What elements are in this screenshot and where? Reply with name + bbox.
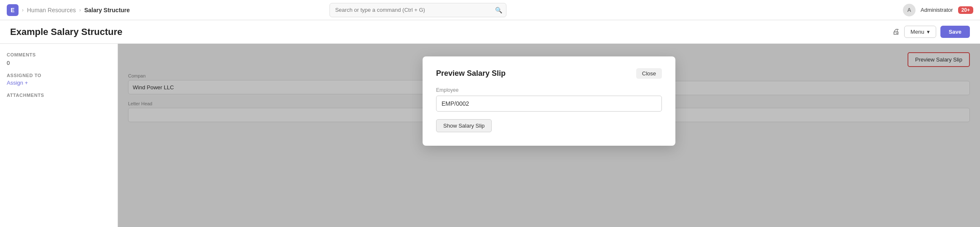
employee-input[interactable]: [436, 96, 662, 112]
breadcrumb-chevron-1: ›: [22, 7, 24, 13]
breadcrumb-chevron-2: ›: [79, 7, 81, 13]
page-header: Example Salary Structure 🖨 Menu ▾ Save: [0, 20, 980, 44]
modal-overlay: Preview Salary Slip Close Employee Show …: [118, 44, 980, 227]
attachments-label: Attachments: [7, 93, 111, 98]
main-content: Preview Salary Slip Compan Letter Head: [118, 44, 980, 227]
show-salary-slip-button[interactable]: Show Salary Slip: [436, 119, 492, 132]
employee-field-label: Employee: [436, 87, 662, 93]
sidebar: Comments 0 Assigned To Assign + Attachme…: [0, 44, 118, 227]
modal-title: Preview Salary Slip: [436, 69, 506, 78]
breadcrumb-current: Salary Structure: [84, 7, 130, 13]
search-icon: 🔍: [495, 7, 502, 13]
content-area: Comments 0 Assigned To Assign + Attachme…: [0, 44, 980, 227]
preview-salary-modal: Preview Salary Slip Close Employee Show …: [423, 56, 675, 146]
avatar: A: [903, 4, 916, 16]
page-title: Example Salary Structure: [10, 27, 123, 37]
menu-button[interactable]: Menu ▾: [904, 26, 936, 38]
save-button[interactable]: Save: [940, 26, 970, 38]
print-icon: 🖨: [892, 27, 900, 36]
modal-header: Preview Salary Slip Close: [436, 68, 662, 79]
assigned-to-label: Assigned To: [7, 73, 111, 78]
page-actions: 🖨 Menu ▾ Save: [892, 26, 970, 38]
search-input[interactable]: [329, 3, 506, 17]
nav-right: A Administrator 20+: [903, 4, 973, 16]
page: Example Salary Structure 🖨 Menu ▾ Save C…: [0, 20, 980, 227]
comments-count: 0: [7, 60, 111, 66]
notification-badge[interactable]: 20+: [958, 6, 973, 14]
modal-close-button[interactable]: Close: [636, 68, 662, 79]
breadcrumb-parent[interactable]: Human Resources: [27, 7, 76, 13]
admin-label[interactable]: Administrator: [921, 7, 953, 13]
assign-button[interactable]: Assign +: [7, 80, 111, 86]
chevron-down-icon: ▾: [927, 29, 930, 35]
comments-label: Comments: [7, 52, 111, 57]
print-button[interactable]: 🖨: [892, 27, 900, 36]
search-bar: 🔍: [329, 3, 506, 17]
navbar: E › Human Resources › Salary Structure 🔍…: [0, 0, 980, 20]
app-logo[interactable]: E: [7, 4, 19, 16]
